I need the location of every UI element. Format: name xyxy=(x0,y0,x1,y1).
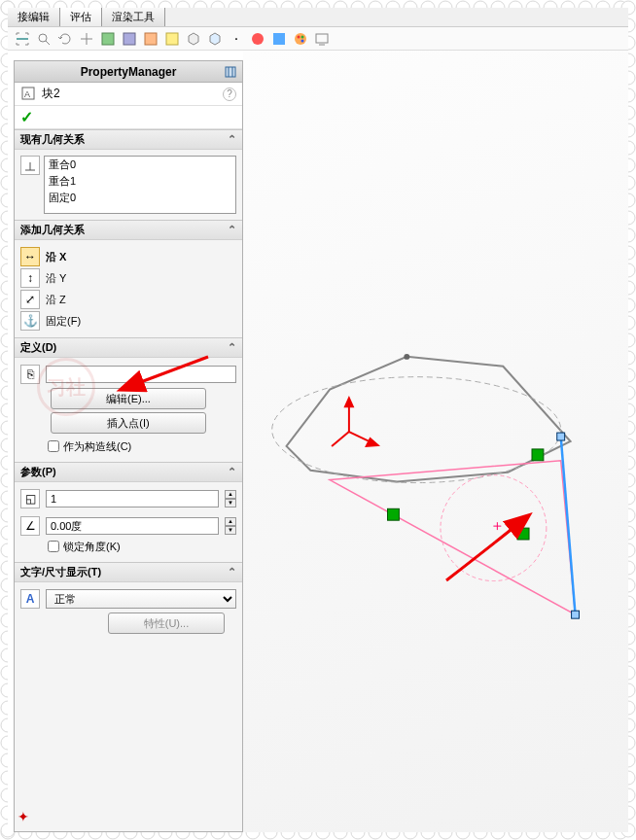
tab-render[interactable]: 渲染工具 xyxy=(102,8,165,26)
section-view-icon[interactable] xyxy=(99,30,117,48)
svg-rect-169 xyxy=(17,38,28,40)
pan-icon[interactable] xyxy=(78,30,95,48)
svg-line-171 xyxy=(46,41,50,45)
app-frame: 接编辑 评估 渲染工具 · PropertyManager A 块2 xyxy=(8,8,628,832)
svg-point-181 xyxy=(301,39,304,42)
view-orient-icon[interactable] xyxy=(121,30,138,48)
appearance-icon[interactable] xyxy=(249,30,266,48)
svg-point-180 xyxy=(301,35,304,38)
display-style-icon[interactable] xyxy=(142,30,159,48)
ribbon-tabs: 接编辑 评估 渲染工具 xyxy=(8,8,628,27)
svg-rect-172 xyxy=(102,33,114,45)
svg-point-179 xyxy=(298,35,300,38)
rotate-view-icon[interactable] xyxy=(56,30,74,48)
iso-icon[interactable] xyxy=(185,30,202,48)
tab-evaluate[interactable]: 评估 xyxy=(60,8,102,26)
iso2-icon[interactable] xyxy=(206,30,224,48)
sep1: · xyxy=(228,30,245,48)
hide-show-icon[interactable] xyxy=(163,30,181,48)
svg-rect-175 xyxy=(166,33,178,45)
svg-point-176 xyxy=(252,33,264,45)
svg-point-170 xyxy=(39,34,47,42)
tab-edit[interactable]: 接编辑 xyxy=(8,8,60,26)
svg-rect-182 xyxy=(316,34,328,43)
screen-icon[interactable] xyxy=(313,30,331,48)
zoom-area-icon[interactable] xyxy=(35,30,53,48)
svg-rect-177 xyxy=(273,33,285,45)
scene-icon[interactable] xyxy=(270,30,288,48)
palette-icon[interactable] xyxy=(292,30,309,48)
graphics-canvas[interactable] xyxy=(243,51,628,832)
origin-icon: ✦ xyxy=(18,809,29,824)
zoom-fit-icon[interactable] xyxy=(14,30,31,48)
svg-point-178 xyxy=(295,33,306,45)
view-toolbar: · xyxy=(8,27,628,51)
svg-rect-174 xyxy=(145,33,157,45)
svg-rect-173 xyxy=(124,33,135,45)
annotation-arrows xyxy=(14,51,636,809)
